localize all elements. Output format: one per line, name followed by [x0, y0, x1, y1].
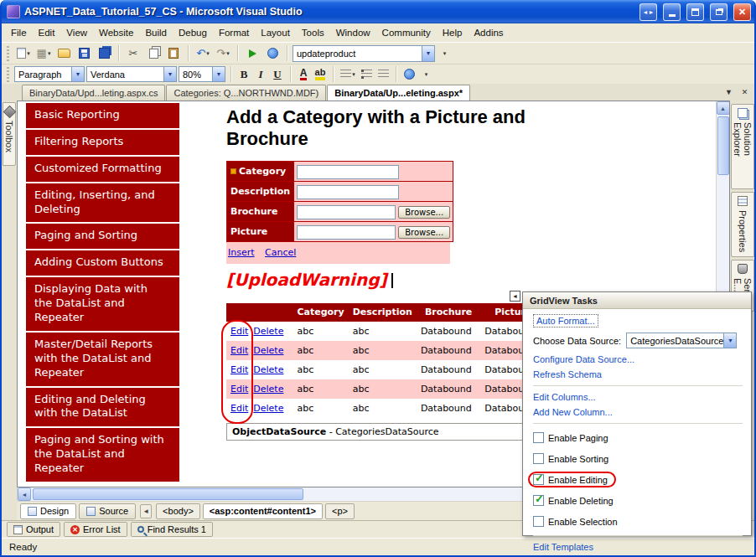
underline-button[interactable]: U: [270, 65, 285, 84]
source-view-tab[interactable]: Source: [79, 503, 136, 519]
description-textbox[interactable]: [297, 185, 399, 199]
insert-link[interactable]: Insert: [228, 247, 255, 258]
minimize-button[interactable]: [663, 3, 681, 21]
brochure-upload-textbox[interactable]: [297, 205, 396, 219]
nav-item-editing-inserting-deleting[interactable]: Editing, Inserting, and Deleting: [26, 183, 179, 223]
italic-button[interactable]: I: [253, 65, 268, 84]
edit-link[interactable]: Edit: [230, 384, 248, 395]
refresh-schema-link[interactable]: Refresh Schema: [533, 369, 743, 379]
enable-sorting-checkbox[interactable]: [533, 453, 544, 464]
open-file-button[interactable]: [54, 44, 73, 63]
font-size-combobox[interactable]: 80% ▼: [179, 66, 225, 82]
combobox-dropdown-button[interactable]: ▼: [212, 67, 225, 81]
window-switch-button[interactable]: ◄►: [639, 3, 657, 21]
solution-explorer-tab[interactable]: Solution Explorer: [731, 104, 754, 189]
enable-selection-checkbox[interactable]: [533, 516, 544, 527]
delete-link[interactable]: Delete: [253, 326, 283, 337]
highlight-button[interactable]: ab: [313, 65, 328, 84]
menu-format[interactable]: Format: [213, 25, 255, 40]
properties-tab[interactable]: Properties: [731, 192, 754, 257]
add-new-column-link[interactable]: Add New Column...: [533, 407, 743, 417]
menu-window[interactable]: Window: [330, 25, 376, 40]
output-tab[interactable]: Output: [7, 522, 60, 537]
enable-paging-checkbox[interactable]: [533, 432, 544, 443]
close-document-button[interactable]: ✕: [738, 85, 751, 98]
menu-help[interactable]: Help: [437, 25, 469, 40]
error-list-tab[interactable]: ✕Error List: [64, 522, 127, 537]
save-all-button[interactable]: [95, 44, 113, 63]
nav-item-paging-datalist[interactable]: Paging and Sorting with the DataList and…: [26, 428, 179, 482]
menu-addins[interactable]: Addins: [468, 25, 509, 40]
combobox-dropdown-button[interactable]: ▼: [71, 67, 84, 81]
bulleted-list-button[interactable]: [359, 65, 374, 84]
block-format-combobox[interactable]: Paragraph ▼: [14, 66, 85, 82]
restore-button[interactable]: [710, 3, 728, 21]
font-name-combobox[interactable]: Verdana ▼: [86, 66, 177, 82]
breadcrumb-p[interactable]: <p>: [325, 503, 355, 519]
font-color-button[interactable]: A: [296, 65, 311, 84]
delete-link[interactable]: Delete: [253, 345, 283, 356]
edit-link[interactable]: Edit: [230, 326, 248, 337]
close-button[interactable]: ✕: [733, 3, 751, 21]
nav-item-datalist-repeater[interactable]: Displaying Data with the DataList and Re…: [26, 277, 179, 331]
smart-tag-button[interactable]: ◄: [510, 291, 520, 302]
nav-item-customized-formatting[interactable]: Customized Formatting: [26, 157, 179, 182]
objectdatasource-control[interactable]: ObjectDataSource - CategoriesDataSource: [226, 423, 526, 441]
toolbar-grip[interactable]: [7, 46, 9, 61]
start-debug-button[interactable]: [243, 44, 261, 63]
combobox-dropdown-button[interactable]: ▼: [163, 67, 176, 81]
menu-community[interactable]: Community: [376, 25, 437, 40]
paste-button[interactable]: [164, 44, 183, 63]
copy-button[interactable]: [144, 44, 163, 63]
edit-columns-link[interactable]: Edit Columns...: [533, 392, 743, 402]
enable-deleting-checkbox[interactable]: ✓: [533, 495, 544, 506]
breadcrumb-back-button[interactable]: ◄: [140, 504, 152, 518]
tab-binarydata-cs[interactable]: BinaryData/Upd...leting.aspx.cs: [22, 85, 165, 101]
delete-link[interactable]: Delete: [253, 403, 283, 414]
cancel-link[interactable]: Cancel: [265, 247, 296, 258]
find-results-tab[interactable]: Find Results 1: [131, 522, 213, 537]
new-item-button[interactable]: ▾: [14, 44, 33, 63]
align-button[interactable]: ▾: [339, 65, 357, 84]
combobox-dropdown-button[interactable]: ▼: [723, 333, 736, 348]
browse-with-button[interactable]: [263, 44, 282, 63]
menu-file[interactable]: File: [5, 25, 33, 40]
redo-button[interactable]: ↷▾: [214, 44, 232, 63]
design-view-tab[interactable]: Design: [20, 503, 76, 519]
configure-data-source-link[interactable]: Configure Data Source...: [533, 354, 743, 364]
cut-button[interactable]: ✂: [124, 44, 142, 63]
scroll-left-button[interactable]: ◄: [18, 487, 31, 501]
picture-browse-button[interactable]: Browse...: [398, 226, 450, 239]
delete-link[interactable]: Delete: [253, 384, 283, 395]
tab-binarydata-aspx[interactable]: BinaryData/Up...eleting.aspx*: [327, 85, 470, 101]
bold-button[interactable]: B: [236, 65, 251, 84]
menu-layout[interactable]: Layout: [255, 25, 296, 40]
combobox-dropdown-button[interactable]: ▼: [422, 46, 434, 61]
nav-item-master-detail[interactable]: Master/Detail Reports with the DataList …: [26, 333, 179, 386]
auto-format-link[interactable]: Auto Format...: [536, 316, 595, 326]
add-item-button[interactable]: ▦▾: [34, 44, 53, 63]
menu-build[interactable]: Build: [139, 25, 173, 40]
menu-edit[interactable]: Edit: [33, 25, 61, 40]
tab-list-dropdown-button[interactable]: ▼: [722, 85, 735, 98]
edit-templates-link[interactable]: Edit Templates: [533, 542, 743, 552]
breadcrumb-body[interactable]: <body>: [156, 503, 200, 519]
breadcrumb-asp-content[interactable]: <asp:content#content1>: [203, 503, 323, 519]
edit-link[interactable]: Edit: [230, 403, 248, 414]
edit-link[interactable]: Edit: [230, 345, 248, 356]
edit-link[interactable]: Edit: [230, 364, 248, 375]
vertical-scroll-thumb[interactable]: [717, 116, 729, 175]
numbered-list-button[interactable]: [375, 65, 391, 84]
formatbar-overflow-button[interactable]: ▾: [418, 65, 433, 84]
save-button[interactable]: [75, 44, 93, 63]
enable-editing-checkbox[interactable]: ✓: [533, 474, 544, 485]
nav-item-custom-buttons[interactable]: Adding Custom Buttons: [26, 250, 179, 276]
hyperlink-button[interactable]: [401, 65, 417, 84]
toolbar-overflow-button[interactable]: ▾: [437, 44, 452, 63]
menu-view[interactable]: View: [60, 25, 93, 40]
menu-tools[interactable]: Tools: [296, 25, 330, 40]
tab-categories-mdf[interactable]: Categories: Q...NORTHWND.MDF): [166, 85, 326, 101]
data-source-combobox[interactable]: CategoriesDataSource ▼: [626, 333, 737, 348]
horizontal-scroll-thumb[interactable]: [33, 488, 303, 500]
category-textbox[interactable]: [297, 165, 399, 179]
